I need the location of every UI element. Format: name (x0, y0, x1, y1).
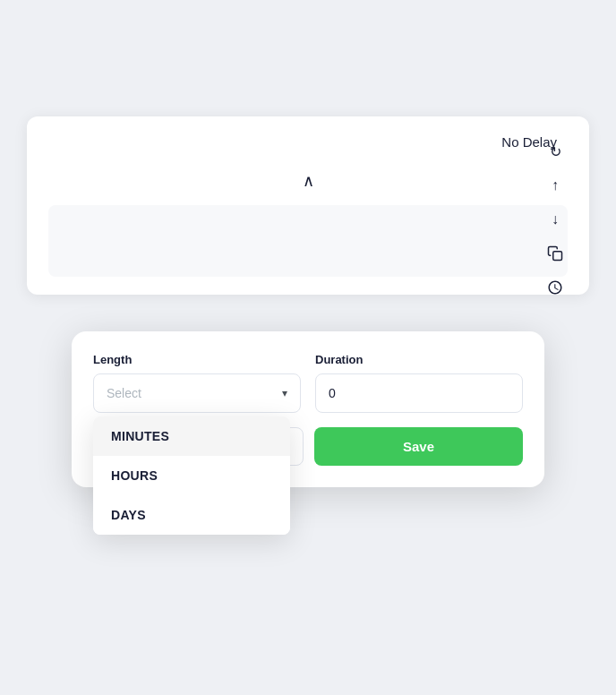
arrow-down-icon[interactable]: ↓ (543, 207, 568, 232)
clock-icon[interactable] (543, 275, 568, 300)
background-card: No Delay ∧ (27, 116, 589, 295)
chevron-up-icon: ∧ (303, 171, 314, 191)
svg-rect-0 (553, 252, 562, 261)
length-select[interactable]: Select ▾ (93, 373, 301, 413)
icon-toolbar: ↻ ↑ ↓ (543, 139, 568, 300)
duration-form-group: Duration (315, 353, 523, 413)
save-button[interactable]: Save (314, 427, 523, 466)
select-placeholder-text: Select (107, 386, 141, 400)
copy-icon[interactable] (543, 241, 568, 266)
main-card: Length Select ▾ MINUTES HOURS DAYS Durat… (72, 331, 544, 487)
dropdown-item-hours[interactable]: HOURS (93, 456, 290, 495)
dropdown-item-minutes[interactable]: MINUTES (93, 416, 290, 456)
duration-label: Duration (315, 353, 523, 366)
dropdown-item-days[interactable]: DAYS (93, 495, 290, 535)
arrow-up-icon[interactable]: ↑ (543, 173, 568, 198)
chevron-up-row: ∧ (48, 164, 568, 198)
duration-input[interactable] (315, 373, 523, 413)
length-dropdown-menu: MINUTES HOURS DAYS (93, 416, 290, 535)
chevron-down-icon: ▾ (282, 387, 287, 399)
length-label: Length (93, 353, 301, 366)
form-row: Length Select ▾ MINUTES HOURS DAYS Durat… (93, 353, 523, 413)
bg-card-body (48, 205, 568, 277)
refresh-icon[interactable]: ↻ (543, 139, 568, 164)
length-form-group: Length Select ▾ MINUTES HOURS DAYS (93, 353, 301, 413)
length-select-wrapper: Select ▾ MINUTES HOURS DAYS (93, 373, 301, 413)
bg-card-header: No Delay (48, 134, 568, 150)
